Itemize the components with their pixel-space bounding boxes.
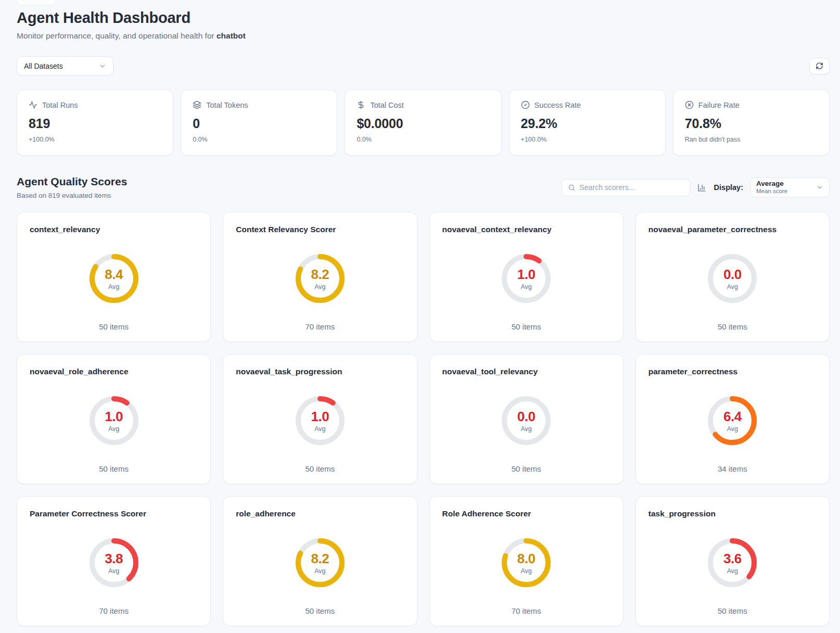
stat-card-failure-rate: Failure Rate 70.8% Ran but didn't pass bbox=[673, 90, 830, 156]
dashboard-page: Agent Health Dashboard Monitor performan… bbox=[0, 0, 840, 633]
scorer-item-count: 50 items bbox=[648, 606, 817, 615]
stat-label: Total Tokens bbox=[206, 101, 248, 109]
gauge-center: 3.8 Avg bbox=[87, 536, 141, 590]
gauge-center: 8.2 Avg bbox=[293, 536, 347, 590]
scorer-card[interactable]: novaeval_task_progression 1.0 Avg 50 ite… bbox=[223, 354, 417, 484]
display-label: Display: bbox=[714, 183, 743, 192]
score-gauge: 1.0 Avg bbox=[293, 394, 347, 448]
refresh-icon bbox=[816, 62, 823, 70]
gauge-score: 3.6 bbox=[723, 551, 742, 567]
gauge-area: 1.0 Avg bbox=[442, 234, 610, 322]
scorer-title: task_progression bbox=[648, 509, 817, 518]
stat-value: 70.8% bbox=[685, 116, 818, 131]
scorer-card[interactable]: novaeval_role_adherence 1.0 Avg 50 items bbox=[17, 354, 211, 484]
gauge-score: 8.2 bbox=[311, 267, 329, 283]
stat-label: Success Rate bbox=[534, 101, 581, 109]
scorer-item-count: 50 items bbox=[236, 606, 404, 615]
scorer-title: novaeval_parameter_correctness bbox=[648, 225, 817, 234]
scorer-card[interactable]: novaeval_tool_relevancy 0.0 Avg 50 items bbox=[429, 354, 623, 484]
gauge-center: 1.0 Avg bbox=[87, 394, 141, 448]
gauge-avg-label: Avg bbox=[727, 567, 738, 575]
scorer-item-count: 50 items bbox=[30, 464, 198, 473]
gauge-area: 8.0 Avg bbox=[442, 518, 610, 606]
stat-change: Ran but didn't pass bbox=[685, 136, 818, 143]
dataset-select-value: All Datasets bbox=[24, 62, 63, 70]
score-gauge: 8.4 Avg bbox=[87, 251, 141, 306]
gauge-score: 1.0 bbox=[105, 409, 123, 425]
x-circle-icon bbox=[685, 100, 694, 109]
scorer-card[interactable]: novaeval_context_relevancy 1.0 Avg 50 it… bbox=[429, 212, 623, 342]
gauge-area: 6.4 Avg bbox=[648, 376, 817, 464]
gauge-score: 6.4 bbox=[723, 409, 742, 425]
score-gauge: 1.0 Avg bbox=[499, 251, 553, 306]
scorer-search bbox=[562, 179, 691, 196]
scorer-title: parameter_correctness bbox=[648, 367, 817, 376]
gauge-center: 8.4 Avg bbox=[87, 251, 141, 306]
stat-value: 0 bbox=[193, 116, 325, 131]
score-gauge: 8.2 Avg bbox=[293, 536, 347, 590]
display-select[interactable]: Average Mean score bbox=[750, 178, 830, 197]
refresh-button[interactable] bbox=[809, 58, 830, 74]
search-input[interactable] bbox=[580, 183, 684, 192]
chevron-down-icon bbox=[816, 184, 823, 191]
scorer-card[interactable]: parameter_correctness 6.4 Avg 34 items bbox=[635, 354, 830, 484]
gauge-avg-label: Avg bbox=[727, 425, 738, 433]
scorer-title: novaeval_tool_relevancy bbox=[442, 367, 610, 376]
gauge-score: 0.0 bbox=[517, 409, 536, 425]
controls-row: All Datasets bbox=[17, 56, 830, 75]
stats-grid: Total Runs 819 +100.0% Total Tokens 0 0.… bbox=[17, 90, 830, 156]
gauge-center: 8.2 Avg bbox=[293, 251, 347, 306]
quality-heading-group: Agent Quality Scores Based on 819 evalua… bbox=[17, 175, 127, 199]
stat-value: 819 bbox=[29, 116, 161, 131]
gauge-area: 3.8 Avg bbox=[30, 518, 198, 606]
stat-change: 0.0% bbox=[193, 136, 325, 143]
layers-icon bbox=[193, 100, 201, 109]
scorer-title: context_relevancy bbox=[30, 225, 198, 234]
dataset-select[interactable]: All Datasets bbox=[17, 56, 113, 75]
score-gauge: 0.0 Avg bbox=[705, 251, 759, 306]
gauge-avg-label: Avg bbox=[520, 425, 531, 433]
scorer-title: novaeval_task_progression bbox=[236, 367, 404, 376]
scorer-card[interactable]: novaeval_parameter_correctness 0.0 Avg 5… bbox=[635, 212, 830, 342]
gauge-score: 8.4 bbox=[105, 267, 123, 283]
score-gauge: 8.0 Avg bbox=[499, 536, 553, 590]
quality-section-title: Agent Quality Scores bbox=[17, 175, 127, 188]
stat-label: Failure Rate bbox=[698, 101, 740, 109]
scorer-item-count: 50 items bbox=[236, 464, 404, 473]
chevron-down-icon bbox=[99, 62, 106, 70]
display-select-value: Average bbox=[756, 180, 787, 188]
scorer-card[interactable]: Role Adherence Scorer 8.0 Avg 70 items bbox=[429, 496, 623, 626]
stat-label: Total Cost bbox=[370, 101, 403, 109]
gauge-area: 0.0 Avg bbox=[442, 376, 610, 464]
scorer-item-count: 70 items bbox=[442, 606, 610, 615]
scorer-item-count: 70 items bbox=[236, 322, 404, 331]
stat-card-total-tokens: Total Tokens 0 0.0% bbox=[181, 90, 337, 156]
gauge-area: 8.2 Avg bbox=[236, 518, 404, 606]
scorer-item-count: 34 items bbox=[648, 464, 817, 473]
gauge-area: 8.4 Avg bbox=[30, 234, 198, 322]
scorer-title: Parameter Correctness Scorer bbox=[30, 509, 198, 518]
search-icon bbox=[568, 184, 576, 192]
gauge-score: 1.0 bbox=[311, 409, 329, 425]
scorer-card[interactable]: role_adherence 8.2 Avg 50 items bbox=[223, 496, 417, 626]
scorer-card[interactable]: Parameter Correctness Scorer 3.8 Avg 70 … bbox=[17, 496, 211, 626]
gauge-center: 3.6 Avg bbox=[705, 536, 759, 590]
gauge-area: 0.0 Avg bbox=[648, 234, 817, 322]
gauge-avg-label: Avg bbox=[108, 567, 119, 575]
scorer-card[interactable]: Context Relevancy Scorer 8.2 Avg 70 item… bbox=[223, 212, 417, 342]
scorer-card[interactable]: task_progression 3.6 Avg 50 items bbox=[635, 496, 830, 626]
scorer-title: Context Relevancy Scorer bbox=[236, 225, 404, 234]
gauge-center: 0.0 Avg bbox=[705, 251, 759, 306]
gauge-avg-label: Avg bbox=[314, 567, 325, 575]
scorer-card[interactable]: context_relevancy 8.4 Avg 50 items bbox=[17, 212, 211, 342]
stat-label: Total Runs bbox=[42, 101, 78, 109]
gauge-avg-label: Avg bbox=[727, 283, 738, 290]
gauge-area: 1.0 Avg bbox=[236, 376, 404, 464]
quality-tools: Display: Average Mean score bbox=[562, 178, 830, 197]
score-gauge: 3.8 Avg bbox=[87, 536, 141, 590]
score-gauge: 0.0 Avg bbox=[499, 394, 553, 448]
scorer-title: role_adherence bbox=[236, 509, 404, 518]
gauge-area: 8.2 Avg bbox=[236, 234, 404, 322]
gauge-area: 3.6 Avg bbox=[648, 518, 817, 606]
dollar-icon bbox=[357, 100, 365, 109]
